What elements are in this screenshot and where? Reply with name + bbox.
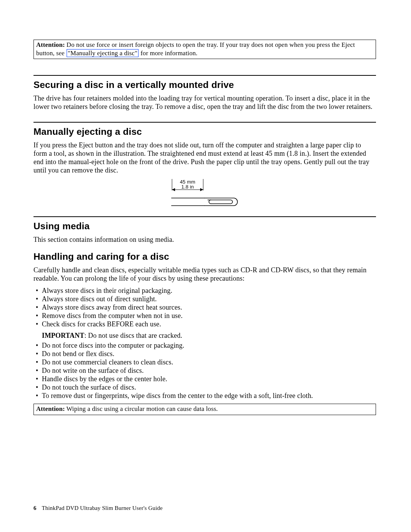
attention-text: Wiping a disc using a circular motion ca… [65, 405, 218, 412]
body-handling-caring: Carefully handle and clean discs, especi… [33, 266, 376, 283]
attention-box-top: Attention: Do not use force or insert fo… [33, 40, 376, 59]
footer-title: ThinkPad DVD Ultrabay Slim Burner User's… [42, 505, 163, 511]
page-footer: 6ThinkPad DVD Ultrabay Slim Burner User'… [33, 505, 162, 511]
list-item: Do not touch the surface of discs. [42, 383, 376, 392]
heading-manually-ejecting: Manually ejecting a disc [33, 126, 376, 137]
list-item: Do not force discs into the computer or … [42, 342, 376, 350]
heading-handling-caring: Handling and caring for a disc [33, 251, 376, 262]
list-item: Always store discs away from direct heat… [42, 304, 376, 312]
svg-marker-3 [172, 188, 175, 191]
important-note: IMPORTANT: Do not use discs that are cra… [42, 332, 376, 340]
list-item: Do not bend or flex discs. [42, 350, 376, 358]
attention-text-after: for more information. [139, 50, 198, 57]
body-securing-disc: The drive has four retainers molded into… [33, 94, 376, 111]
heading-using-media: Using media [33, 220, 376, 232]
section-rule [33, 216, 376, 217]
attention-lead: Attention: [36, 405, 65, 412]
list-item: Remove discs from the computer when not … [42, 312, 376, 320]
section-rule [33, 122, 376, 123]
list-item: Check discs for cracks BEFORE each use. [42, 320, 376, 329]
list-item: Always store discs out of direct sunligh… [42, 295, 376, 304]
body-using-media: This section contains information on usi… [33, 236, 376, 244]
svg-marker-4 [200, 188, 203, 191]
important-lead: IMPORTANT [42, 332, 84, 339]
list-item: To remove dust or fingerprints, wipe dis… [42, 392, 376, 400]
section-rule [33, 75, 376, 76]
attention-box-bottom: Attention: Wiping a disc using a circula… [33, 404, 376, 415]
list-item: Do not write on the surface of discs. [42, 367, 376, 375]
list-item: Do not use commercial cleaners to clean … [42, 358, 376, 367]
heading-securing-disc: Securing a disc in a vertically mounted … [33, 79, 376, 91]
body-manually-ejecting: If you press the Eject button and the tr… [33, 141, 376, 175]
attention-lead: Attention: [36, 41, 65, 48]
precautions-list-b: Do not force discs into the computer or … [33, 342, 376, 400]
list-item: Always store discs in their original pac… [42, 287, 376, 295]
page-number: 6 [33, 505, 37, 511]
important-rest: : Do not use discs that are cracked. [84, 332, 182, 339]
xref-manually-ejecting[interactable]: "Manually ejecting a disc" [67, 49, 139, 57]
precautions-list-a: Always store discs in their original pac… [33, 287, 376, 329]
dim-in: 1.8 in [182, 184, 194, 190]
list-item: Handle discs by the edges or the center … [42, 375, 376, 383]
paperclip-illustration: 45 mm 1.8 in [170, 178, 240, 209]
